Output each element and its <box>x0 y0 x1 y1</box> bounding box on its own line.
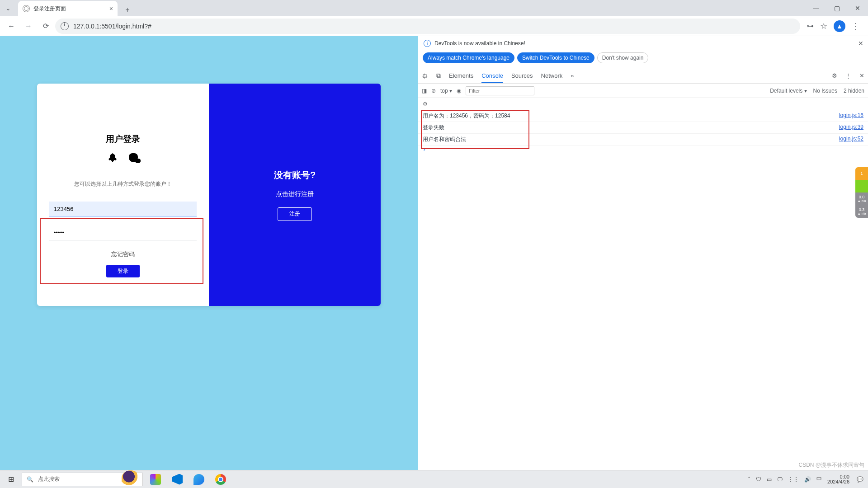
login-panel: 用户登录 您可以选择以上几种方式登录您的账户！ 忘记密码 登录 <box>37 84 209 306</box>
banner-close-icon[interactable]: ✕ <box>858 40 863 47</box>
pill-switch-chinese[interactable]: Switch DevTools to Chinese <box>517 52 594 63</box>
omnibox[interactable]: 127.0.0.1:5501/login.html?# <box>55 19 800 34</box>
hidden-count[interactable]: 2 hidden <box>844 88 864 94</box>
devtools-settings-icon[interactable]: ⚙ <box>832 72 837 79</box>
taskbar-search[interactable]: 🔍 点此搜索 <box>22 473 143 486</box>
devtools-close-icon[interactable]: ✕ <box>859 72 864 79</box>
context-selector[interactable]: top ▾ <box>440 88 452 94</box>
inspect-icon[interactable]: ⯐ <box>422 72 428 80</box>
address-bar: ← → ⟳ 127.0.0.1:5501/login.html?# ⊶ ☆ ▲ … <box>0 16 868 36</box>
new-tab-button[interactable]: + <box>121 4 134 16</box>
maximize-button[interactable]: ▢ <box>826 0 847 16</box>
register-subtitle: 点击进行注册 <box>276 190 314 198</box>
tag-green[interactable] <box>855 180 868 192</box>
log-source-link[interactable]: login.js:39 <box>839 124 863 131</box>
app-bird[interactable] <box>189 470 209 488</box>
site-info-icon[interactable] <box>61 22 69 30</box>
windows-taskbar: ⊞ 🔍 点此搜索 ˄ 🛡 ▭ 🖵 ⋮⋮ 🔊 中 0:00 2024/4/26 💬 <box>0 470 868 488</box>
live-expression-icon[interactable]: ◉ <box>457 88 461 94</box>
log-source-link[interactable]: login.js:52 <box>839 136 863 143</box>
login-card: 用户登录 您可以选择以上几种方式登录您的账户！ 忘记密码 登录 没有账号? 点击… <box>37 84 381 306</box>
social-login-row <box>37 153 209 162</box>
window-controls: — ▢ ✕ <box>806 0 868 16</box>
notifications-icon[interactable]: 💬 <box>857 476 863 483</box>
tag-grey-2[interactable]: 0.3▲ n/a <box>855 205 868 218</box>
console-prompt[interactable]: › <box>418 145 868 154</box>
forgot-password-link[interactable]: 忘记密码 <box>37 250 209 258</box>
search-icon: 🔍 <box>27 476 33 483</box>
console-output: 用户名为：123456，密码为：12584 login.js:16 登录失败 l… <box>418 110 868 154</box>
tray-ime-icon[interactable]: 中 <box>816 475 822 483</box>
info-icon: i <box>424 40 431 47</box>
log-source-link[interactable]: login.js:16 <box>839 112 863 120</box>
log-levels-selector[interactable]: Default levels ▾ <box>770 88 807 94</box>
password-input[interactable] <box>49 225 197 240</box>
forward-button[interactable]: → <box>21 19 36 34</box>
device-icon[interactable]: ⧉ <box>436 72 441 80</box>
devtools-banner: i DevTools is now available in Chinese! … <box>418 36 868 51</box>
tab-elements[interactable]: Elements <box>449 72 473 79</box>
console-log-row: 用户名为：123456，密码为：12584 login.js:16 <box>418 110 868 122</box>
console-settings-row[interactable]: ⚙ <box>418 98 868 110</box>
register-panel: 没有账号? 点击进行注册 注册 <box>209 84 381 306</box>
log-message: 登录失败 <box>423 124 444 131</box>
watermark-text: CSDN @漫事不休求同寄句 <box>798 461 864 469</box>
log-message: 用户名和密码合法 <box>423 136 466 143</box>
console-filter-input[interactable] <box>466 86 534 95</box>
app-chrome[interactable] <box>211 470 231 488</box>
clear-console-icon[interactable]: ⊘ <box>431 88 436 94</box>
profile-avatar[interactable]: ▲ <box>834 20 845 32</box>
devtools-tabs: ⯐ ⧉ Elements Console Sources Network » ⚙… <box>418 68 868 84</box>
pill-match-language[interactable]: Always match Chrome's language <box>423 52 514 63</box>
minimize-button[interactable]: — <box>806 0 826 16</box>
search-mascot-icon <box>122 470 140 486</box>
globe-icon <box>23 5 30 12</box>
login-hint: 您可以选择以上几种方式登录您的账户！ <box>37 180 209 188</box>
tag-orange[interactable]: 1 <box>855 167 868 180</box>
username-input[interactable] <box>49 202 197 217</box>
console-sidebar-toggle-icon[interactable]: ◨ <box>422 88 427 94</box>
reload-button[interactable]: ⟳ <box>38 19 53 34</box>
pill-dont-show[interactable]: Don't show again <box>597 52 649 63</box>
tray-battery-icon[interactable]: ▭ <box>767 476 772 483</box>
tray-security-icon[interactable]: 🛡 <box>756 476 761 483</box>
login-button[interactable]: 登录 <box>106 265 140 277</box>
taskbar-clock[interactable]: 0:00 2024/4/26 <box>827 474 851 484</box>
browser-tab[interactable]: 登录注册页面 × <box>18 1 118 16</box>
register-button[interactable]: 注册 <box>278 207 312 221</box>
chrome-menu-icon[interactable]: ⋮ <box>852 21 860 31</box>
tag-grey-1[interactable]: 0.0▲ n/a <box>855 192 868 205</box>
devtools-menu-icon[interactable]: ⋮ <box>845 72 851 79</box>
tab-sources[interactable]: Sources <box>511 72 533 79</box>
tray-monitor-icon[interactable]: 🖵 <box>777 476 783 483</box>
tab-close-icon[interactable]: × <box>109 5 113 12</box>
page-viewport: 用户登录 您可以选择以上几种方式登录您的账户！ 忘记密码 登录 没有账号? 点击… <box>0 36 418 470</box>
start-button[interactable]: ⊞ <box>0 470 22 488</box>
tab-network[interactable]: Network <box>541 72 563 79</box>
app-vscode[interactable] <box>167 470 187 488</box>
back-button[interactable]: ← <box>4 19 19 34</box>
toolbar-right: ⊶ ☆ ▲ ⋮ <box>802 20 864 32</box>
taskbar-apps <box>146 470 231 488</box>
app-settings[interactable] <box>146 470 165 488</box>
register-title: 没有账号? <box>274 169 316 181</box>
console-log-row: 用户名和密码合法 login.js:52 <box>418 134 868 145</box>
tray-wifi-icon[interactable]: ⋮⋮ <box>788 476 799 483</box>
tab-console[interactable]: Console <box>481 72 503 83</box>
tab-search-button[interactable]: ⌄ <box>0 0 16 16</box>
tray-chevron-icon[interactable]: ˄ <box>748 476 750 483</box>
banner-text: DevTools is now available in Chinese! <box>434 40 525 47</box>
close-window-button[interactable]: ✕ <box>847 0 868 16</box>
wechat-icon[interactable] <box>129 153 138 162</box>
url-text: 127.0.0.1:5501/login.html?# <box>73 23 151 30</box>
tabs-overflow-icon[interactable]: » <box>571 72 574 79</box>
bookmark-star-icon[interactable]: ☆ <box>820 21 827 31</box>
log-message: 用户名为：123456，密码为：12584 <box>423 112 510 120</box>
qq-icon[interactable] <box>108 153 117 162</box>
tray-volume-icon[interactable]: 🔊 <box>804 476 811 483</box>
console-toolbar: ◨ ⊘ top ▾ ◉ Default levels ▾ No Issues 2… <box>418 84 868 98</box>
no-issues-label[interactable]: No Issues <box>813 88 837 94</box>
search-placeholder: 点此搜索 <box>38 475 60 483</box>
password-key-icon[interactable]: ⊶ <box>807 22 814 30</box>
browser-titlebar: ⌄ 登录注册页面 × + — ▢ ✕ <box>0 0 868 16</box>
